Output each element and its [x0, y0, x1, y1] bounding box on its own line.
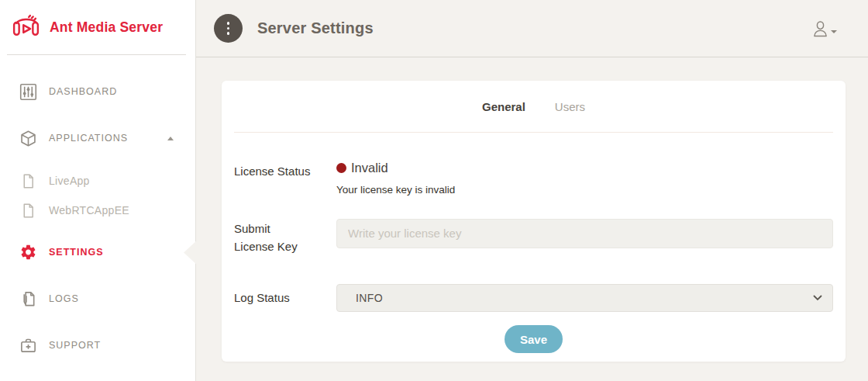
brand-name: Ant Media Server: [50, 19, 163, 36]
file-icon: [19, 172, 37, 190]
sidebar-item-label: SUPPORT: [49, 340, 101, 351]
settings-card: General Users License Status Invalid You…: [222, 81, 846, 362]
license-status-row: License Status Invalid Your license key …: [222, 161, 846, 196]
sidebar-divider: [7, 54, 186, 55]
sidebar-item-liveapp[interactable]: LiveApp: [0, 167, 195, 195]
sidebar-item-label: DASHBOARD: [49, 86, 117, 97]
submit-license-label: Submit License Key: [234, 211, 336, 255]
log-status-label: Log Status: [234, 289, 336, 307]
dashboard-icon: [19, 83, 37, 101]
license-status-description: Your license key is invalid: [336, 184, 833, 196]
gear-icon: [19, 244, 37, 262]
sidebar-item-logs[interactable]: LOGS: [0, 283, 195, 314]
license-key-input[interactable]: [336, 219, 833, 248]
submit-license-row: Submit License Key: [222, 211, 846, 255]
page-title: Server Settings: [257, 19, 374, 37]
file-icon: [19, 202, 37, 220]
sidebar-item-label: SETTINGS: [49, 247, 104, 258]
kebab-menu-icon[interactable]: [214, 14, 243, 43]
sidebar-item-webrtcappee[interactable]: WebRTCAppEE: [0, 196, 195, 224]
license-status-value: Invalid: [351, 161, 388, 175]
sidebar-item-applications[interactable]: APPLICATIONS: [0, 123, 195, 154]
user-icon: [812, 19, 828, 38]
main-area: Server Settings General Users License St…: [196, 0, 868, 381]
sidebar-item-label: APPLICATIONS: [49, 133, 128, 144]
sidebar-item-support[interactable]: SUPPORT: [0, 330, 195, 361]
logs-icon: [19, 290, 37, 308]
log-status-value: INFO: [356, 292, 383, 304]
top-bar: Server Settings: [196, 0, 868, 57]
save-row: Save: [222, 325, 846, 353]
tab-bar: General Users: [222, 81, 846, 132]
log-status-row: Log Status INFO: [222, 284, 846, 312]
applications-icon: [19, 130, 37, 147]
sidebar-item-dashboard[interactable]: DASHBOARD: [0, 76, 195, 107]
status-dot-icon: [336, 163, 346, 173]
app-window: Ant Media Server DASHBOARD: [0, 0, 868, 381]
brand-link[interactable]: Ant Media Server: [0, 0, 195, 54]
sidebar-item-label: LOGS: [49, 293, 79, 304]
sidebar-item-settings[interactable]: SETTINGS: [0, 235, 195, 269]
license-status-label: License Status: [234, 161, 336, 181]
sidebar-item-label: LiveApp: [49, 175, 90, 187]
sidebar: Ant Media Server DASHBOARD: [0, 0, 196, 381]
log-status-select[interactable]: INFO: [336, 284, 833, 312]
chevron-down-icon: [831, 30, 837, 33]
chevron-down-icon: [813, 295, 822, 301]
collapse-caret-icon[interactable]: [167, 137, 174, 140]
save-button[interactable]: Save: [505, 325, 563, 353]
user-menu-button[interactable]: [812, 19, 837, 38]
ant-media-logo-icon: [10, 12, 42, 43]
tab-users[interactable]: Users: [555, 100, 585, 113]
tabs-divider: [234, 132, 833, 133]
support-icon: [19, 337, 37, 355]
sidebar-item-label: WebRTCAppEE: [49, 204, 129, 216]
tab-general[interactable]: General: [482, 100, 525, 113]
